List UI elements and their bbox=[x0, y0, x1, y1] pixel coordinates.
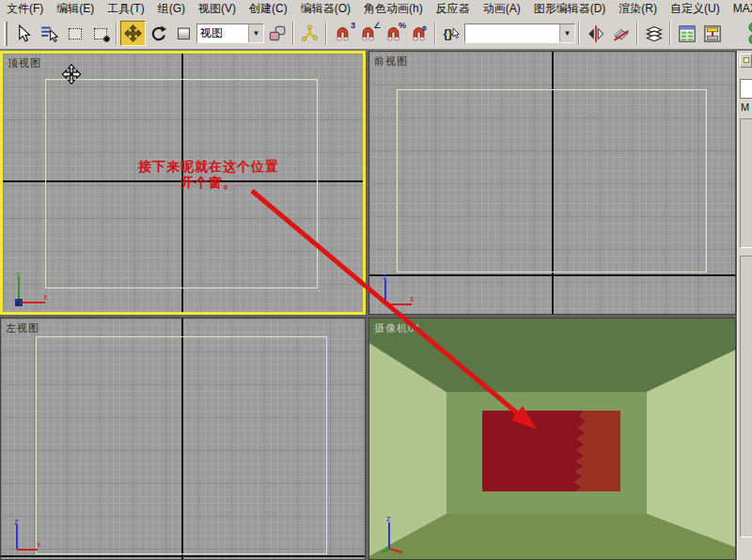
svg-text:z: z bbox=[383, 273, 387, 281]
move-cursor bbox=[61, 64, 82, 85]
svg-text:x: x bbox=[410, 294, 415, 303]
menu-reactor[interactable]: 反应器 bbox=[430, 0, 477, 19]
window-crossing-selection-button[interactable] bbox=[87, 21, 113, 46]
menu-rendering[interactable]: 渲染(R) bbox=[612, 0, 664, 19]
svg-text:y: y bbox=[16, 272, 21, 279]
modifier-list-partial-text: M bbox=[741, 101, 749, 113]
dropdown-arrow-icon[interactable]: ▼ bbox=[559, 24, 574, 42]
annotation-line2: 开个窗。 bbox=[93, 175, 324, 191]
menu-edit[interactable]: 编辑(E) bbox=[50, 0, 101, 19]
percent-snap-toggle-button[interactable]: % bbox=[381, 21, 406, 46]
angle-badge: ∠ bbox=[373, 22, 381, 30]
toolbar-separator bbox=[292, 22, 294, 45]
snap-magnet-icon bbox=[334, 24, 352, 42]
viewport-label-left[interactable]: 左视图 bbox=[6, 321, 39, 335]
toolbar-separator bbox=[578, 22, 580, 45]
spinner-snap-magnet-icon bbox=[410, 24, 428, 42]
curve-editor-button[interactable] bbox=[674, 21, 699, 46]
annotation-line1: 接下来呢就在这个位置 bbox=[93, 159, 324, 175]
select-arrow-icon bbox=[15, 24, 33, 42]
room-wireframe-front[interactable] bbox=[397, 89, 707, 272]
schematic-view-button[interactable] bbox=[699, 21, 725, 46]
percent-badge: % bbox=[399, 22, 406, 30]
select-and-move-button[interactable] bbox=[120, 21, 146, 46]
selection-region-icon bbox=[69, 28, 82, 39]
select-by-name-icon bbox=[40, 24, 58, 42]
material-editor-button[interactable] bbox=[743, 21, 752, 49]
command-panel-tab-button[interactable] bbox=[740, 54, 752, 68]
viewport-label-top[interactable]: 顶视图 bbox=[8, 56, 41, 70]
named-selection-dropdown[interactable]: ▼ bbox=[464, 23, 575, 43]
menu-maxscript[interactable]: MAX脚本(M) bbox=[727, 0, 752, 19]
menu-animation[interactable]: 动画(A) bbox=[477, 0, 527, 19]
camera-3d-room-render[interactable] bbox=[369, 319, 736, 560]
menu-create[interactable]: 创建(C) bbox=[243, 0, 294, 19]
menu-views[interactable]: 视图(V) bbox=[192, 0, 243, 19]
pivot-center-icon bbox=[268, 24, 286, 42]
svg-text:x: x bbox=[37, 539, 41, 549]
tab-icon bbox=[744, 57, 749, 63]
menu-file[interactable]: 文件(F) bbox=[0, 0, 50, 19]
viewport-camera[interactable]: 摄像机01 z bbox=[368, 318, 736, 560]
toolbar-separator bbox=[636, 22, 638, 45]
room-wireframe-left[interactable] bbox=[36, 336, 327, 554]
toolbar-drag-handle[interactable] bbox=[4, 22, 8, 46]
manipulate-icon bbox=[301, 24, 319, 42]
window-crossing-icon bbox=[94, 28, 107, 39]
axis-tripod-left: z x bbox=[6, 519, 49, 556]
scale-icon bbox=[175, 24, 193, 42]
mirror-button[interactable] bbox=[583, 21, 608, 46]
angle-snap-toggle-button[interactable]: ∠ bbox=[355, 21, 381, 46]
select-object-button[interactable] bbox=[11, 21, 37, 46]
align-button[interactable] bbox=[608, 21, 634, 46]
reference-coordinate-dropdown[interactable]: 视图 ▼ bbox=[196, 23, 264, 43]
select-and-manipulate-button[interactable] bbox=[297, 21, 322, 46]
menu-tools[interactable]: 工具(T) bbox=[101, 0, 150, 19]
reference-coordinate-value: 视图 bbox=[197, 25, 248, 41]
named-sets-cursor-icon bbox=[451, 28, 461, 39]
annotation-text: 接下来呢就在这个位置 开个窗。 bbox=[93, 159, 324, 191]
move-icon bbox=[124, 24, 142, 42]
toolbar-separator bbox=[669, 22, 671, 45]
svg-text:z: z bbox=[16, 299, 20, 307]
select-and-scale-button[interactable] bbox=[171, 21, 196, 46]
mirror-icon bbox=[587, 24, 605, 43]
menu-modifiers[interactable]: 编辑器(O) bbox=[294, 0, 357, 19]
axis-tripod-top: y x z bbox=[8, 272, 51, 309]
viewport-left[interactable]: 左视图 z x bbox=[0, 318, 366, 560]
rollout-strip-lower[interactable] bbox=[740, 256, 752, 537]
svg-text:x: x bbox=[43, 292, 48, 302]
max-application-window: 文件(F) 编辑(E) 工具(T) 组(G) 视图(V) 创建(C) 编辑器(O… bbox=[0, 0, 752, 560]
rectangular-selection-region-button[interactable] bbox=[62, 21, 87, 46]
menu-group[interactable]: 组(G) bbox=[151, 0, 192, 19]
toolbar-separator bbox=[116, 22, 118, 45]
svg-text:z: z bbox=[14, 519, 19, 526]
red-curtain-dark[interactable] bbox=[482, 411, 587, 491]
snap-toggle-button[interactable]: 3 bbox=[330, 21, 355, 46]
spinner-snap-toggle-button[interactable] bbox=[406, 21, 431, 46]
dropdown-arrow-icon[interactable]: ▼ bbox=[248, 24, 263, 42]
schematic-view-icon bbox=[703, 24, 722, 43]
axis-tripod-front: z x bbox=[374, 273, 417, 311]
axis-tripod-camera: z bbox=[374, 515, 417, 556]
main-toolbar: 视图 ▼ 3 bbox=[0, 18, 752, 51]
material-editor-icon bbox=[743, 21, 752, 49]
svg-text:z: z bbox=[386, 515, 391, 523]
viewport-top[interactable]: 顶视图 接下来呢就在这个位置 开个窗。 y x z bbox=[0, 51, 366, 315]
named-selection-sets-button[interactable]: {} bbox=[439, 21, 464, 46]
command-panel-sliver[interactable]: M bbox=[737, 51, 752, 560]
select-by-name-button[interactable] bbox=[37, 21, 62, 46]
viewport-label-camera[interactable]: 摄像机01 bbox=[374, 321, 421, 335]
viewport-front[interactable]: 前视图 z x bbox=[368, 51, 736, 315]
menu-customize[interactable]: 自定义(U) bbox=[664, 0, 727, 19]
viewport-label-front[interactable]: 前视图 bbox=[374, 54, 408, 69]
layer-manager-button[interactable] bbox=[641, 21, 666, 46]
layers-icon bbox=[645, 24, 664, 43]
toolbar-separator bbox=[434, 22, 436, 45]
use-pivot-point-center-button[interactable] bbox=[264, 21, 290, 46]
rollout-strip[interactable] bbox=[740, 118, 752, 248]
select-and-rotate-button[interactable] bbox=[146, 21, 171, 46]
menu-graph-editors[interactable]: 图形编辑器(D) bbox=[527, 0, 613, 19]
name-color-field[interactable] bbox=[740, 79, 752, 99]
menu-character[interactable]: 角色动画(h) bbox=[357, 0, 430, 19]
